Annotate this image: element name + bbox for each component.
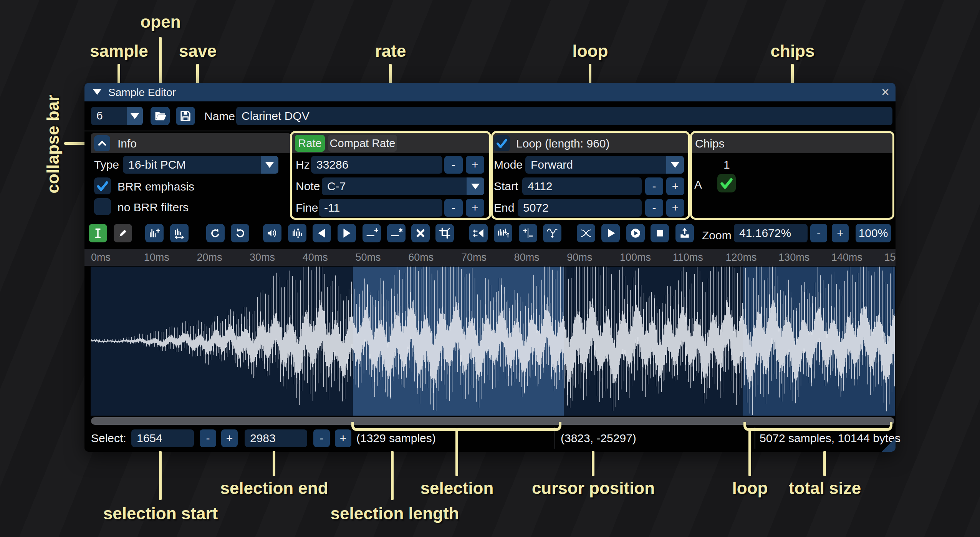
cursor-position-text: (3823, -25297) [561, 432, 636, 445]
amplify-button[interactable] [263, 224, 281, 242]
no-brr-filters-checkbox[interactable] [94, 198, 111, 215]
type-select[interactable]: 16-bit PCM [123, 156, 278, 174]
loop-end-input[interactable]: 5072 [518, 199, 642, 217]
insert-silence-button[interactable] [363, 224, 381, 242]
loop-start-input[interactable]: 4112 [522, 177, 642, 195]
ibeam-select-button[interactable] [89, 224, 107, 242]
filter-icon [546, 227, 558, 239]
no-brr-filters-label: no BRR filters [118, 201, 189, 214]
stop-button[interactable] [651, 224, 669, 242]
resample-button[interactable] [170, 224, 189, 242]
ruler-label: 80ms [514, 252, 540, 264]
import-button[interactable] [675, 224, 694, 242]
fade-out-button[interactable] [338, 224, 356, 242]
ruler-label: 90ms [567, 252, 592, 264]
total-size-text: 5072 samples, 10144 bytes [760, 432, 901, 445]
name-label: Name [204, 110, 235, 123]
resize-button[interactable] [145, 224, 164, 242]
apply-silence-button[interactable] [387, 224, 406, 242]
hz-input[interactable]: 33286 [311, 156, 442, 174]
zoom-reset-button[interactable]: 100% [856, 224, 891, 242]
type-select-value: 16-bit PCM [128, 156, 186, 174]
amplify-icon [266, 227, 278, 239]
selection-end-minus-button[interactable]: - [313, 429, 330, 447]
undo-icon [209, 227, 222, 239]
sample-select[interactable]: 6 [91, 107, 143, 125]
zoom-input[interactable]: 41.1672% [734, 224, 808, 242]
selection-end-input[interactable]: 2983 [245, 429, 307, 447]
chevron-down-icon[interactable] [127, 107, 143, 125]
window-titlebar[interactable]: Sample Editor × [84, 83, 896, 101]
zoom-minus-button[interactable]: - [810, 224, 827, 242]
fine-minus-button[interactable]: - [444, 199, 463, 217]
hz-plus-button[interactable]: + [466, 156, 484, 174]
zoom-plus-button[interactable]: + [832, 224, 849, 242]
undo-button[interactable] [206, 224, 225, 242]
callout-line-total-size [823, 451, 826, 476]
brr-emphasis-label: BRR emphasis [118, 180, 194, 193]
delete-icon [414, 227, 427, 239]
sample-name-input[interactable]: Clarinet DQV [236, 107, 892, 125]
loop-enabled-checkbox[interactable] [494, 135, 510, 151]
loop-end-minus-button[interactable]: - [645, 199, 663, 217]
open-sample-button[interactable] [151, 107, 170, 125]
loop-start-minus-button[interactable]: - [645, 177, 663, 195]
selection-start-plus-button[interactable]: + [221, 429, 238, 447]
chip-enabled-checkbox[interactable] [717, 174, 736, 192]
save-sample-button[interactable] [176, 107, 195, 125]
fine-input[interactable]: -11 [319, 199, 442, 217]
normalize-button[interactable] [288, 224, 306, 242]
stop-icon [654, 227, 666, 239]
window-resize-grip[interactable] [882, 438, 896, 452]
fine-plus-button[interactable]: + [466, 199, 484, 217]
trim-icon [439, 227, 451, 239]
note-select[interactable]: C-7 [322, 177, 484, 195]
chips-panel-title: Chips [695, 137, 725, 150]
selection-start-minus-button[interactable]: - [200, 429, 216, 447]
ruler-label: 30ms [250, 252, 275, 264]
hz-label: Hz [296, 158, 310, 171]
annotation-loop-bottom: loop [732, 479, 768, 498]
time-ruler[interactable]: 0ms10ms20ms30ms40ms50ms60ms70ms80ms90ms1… [84, 249, 896, 266]
collapse-window-icon[interactable] [93, 89, 101, 95]
ruler-label: 110ms [673, 252, 703, 264]
redo-button[interactable] [231, 224, 249, 242]
loop-end-plus-button[interactable]: + [666, 199, 684, 217]
callout-line-selection-start [159, 451, 162, 500]
invert-button[interactable] [494, 224, 512, 242]
reverse-button[interactable] [469, 224, 488, 242]
trim-button[interactable] [435, 224, 454, 242]
tab-rate[interactable]: Rate [295, 135, 325, 152]
select-label: Select: [91, 432, 126, 445]
resample-icon [173, 227, 185, 239]
fade-in-button[interactable] [313, 224, 331, 242]
filter-button[interactable] [543, 224, 561, 242]
loop-mode-value: Forward [531, 156, 573, 174]
loop-mode-select[interactable]: Forward [525, 156, 684, 174]
preview-button[interactable] [601, 224, 620, 242]
chevron-down-icon[interactable] [666, 156, 684, 174]
sign-button[interactable] [519, 224, 537, 242]
folder-open-icon [154, 109, 167, 123]
annotation-sample: sample [90, 41, 148, 61]
chevron-down-icon[interactable] [467, 177, 484, 195]
divider [84, 131, 896, 131]
hz-minus-button[interactable]: - [444, 156, 463, 174]
delete-button[interactable] [411, 224, 430, 242]
fine-label: Fine [296, 201, 318, 214]
info-collapse-button[interactable] [94, 135, 110, 151]
loop-start-plus-button[interactable]: + [666, 177, 684, 195]
pencil-draw-button[interactable] [114, 224, 132, 242]
tab-compat-rate[interactable]: Compat Rate [328, 135, 397, 152]
selection-start-input[interactable]: 1654 [131, 429, 194, 447]
selection-end-plus-button[interactable]: + [335, 429, 351, 447]
chevron-down-icon[interactable] [261, 156, 278, 174]
waveform-canvas[interactable] [91, 267, 895, 416]
invert-icon [497, 227, 509, 239]
close-icon[interactable]: × [881, 84, 889, 101]
preview-selection-button[interactable] [626, 224, 645, 242]
ruler-label: 70ms [461, 252, 487, 264]
brr-emphasis-checkbox[interactable] [94, 177, 111, 194]
waveform-display[interactable] [91, 267, 895, 416]
crossfade-button[interactable] [577, 224, 595, 242]
